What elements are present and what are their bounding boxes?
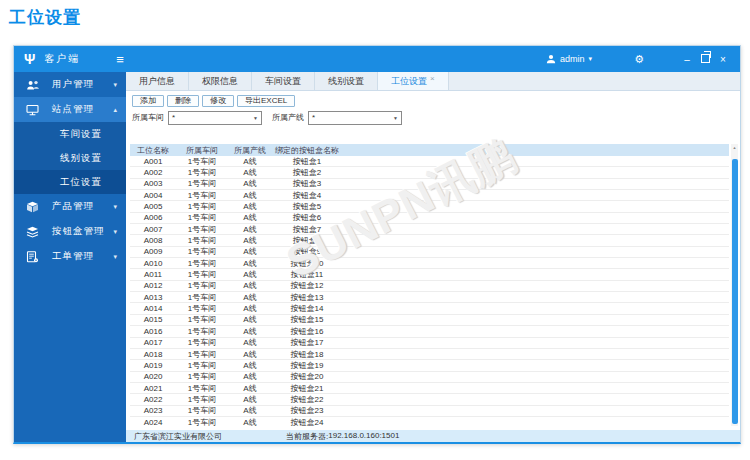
- table-row[interactable]: A0141号车间A线按钮盒14: [130, 303, 729, 314]
- table-cell: 按钮盒17: [272, 337, 342, 348]
- company-name: 广东省滨江实业有限公司: [134, 431, 222, 442]
- table-cell: 按钮盒7: [272, 224, 342, 235]
- table-cell: 按钮盒9: [272, 246, 342, 257]
- table-cell: 1号车间: [176, 235, 228, 246]
- sidebar-item-user-management[interactable]: 用户管理▾: [14, 72, 126, 97]
- minimize-button[interactable]: –: [678, 54, 696, 65]
- close-button[interactable]: ×: [714, 54, 732, 65]
- table-cell: 1号车间: [176, 326, 228, 337]
- chevron-down-icon: ▾: [113, 228, 118, 236]
- table-row[interactable]: A0021号车间A线按钮盒2: [130, 167, 729, 178]
- table-cell: A线: [228, 405, 272, 416]
- sidebar-item-station-settings[interactable]: 工位设置: [14, 170, 126, 194]
- table-row[interactable]: A0241号车间A线按钮盒24: [130, 417, 729, 426]
- column-header: 所属车间: [176, 145, 228, 156]
- user-menu[interactable]: admin ▾: [546, 54, 592, 64]
- tab-station-settings[interactable]: 工位设置×: [378, 72, 449, 90]
- gear-icon[interactable]: ⚙: [634, 53, 644, 66]
- sidebar-item-workshop-settings[interactable]: 车间设置: [14, 122, 126, 146]
- table-row[interactable]: A0161号车间A线按钮盒16: [130, 326, 729, 337]
- dropdown-caret-icon: ▼: [393, 115, 398, 121]
- app-logo-icon: Ψ: [24, 51, 35, 67]
- table-row[interactable]: A0041号车间A线按钮盒4: [130, 190, 729, 201]
- table-row[interactable]: A0101号车间A线按钮盒10: [130, 258, 729, 269]
- sidebar-item-workorder-management[interactable]: 工单管理▾: [14, 244, 126, 269]
- tab-line-settings[interactable]: 线别设置: [315, 72, 378, 90]
- table-cell: A线: [228, 314, 272, 325]
- close-tab-icon[interactable]: ×: [430, 74, 435, 83]
- table-cell: 按钮盒19: [272, 360, 342, 371]
- vertical-scrollbar[interactable]: ▲: [731, 144, 738, 426]
- table-cell: 1号车间: [176, 383, 228, 394]
- tab-permission-info[interactable]: 权限信息: [189, 72, 252, 90]
- table-cell: 按钮盒12: [272, 280, 342, 291]
- table-cell: A线: [228, 246, 272, 257]
- tab-label: 线别设置: [328, 76, 364, 86]
- tab-label: 车间设置: [265, 76, 301, 86]
- table-row[interactable]: A0011号车间A线按钮盒1: [130, 156, 729, 167]
- table-cell: A011: [130, 270, 176, 279]
- table-row[interactable]: A0051号车间A线按钮盒5: [130, 201, 729, 212]
- sidebar-item-product-management[interactable]: 产品管理▾: [14, 194, 126, 219]
- table-row[interactable]: A0031号车间A线按钮盒3: [130, 179, 729, 190]
- table-cell: A线: [228, 235, 272, 246]
- scroll-up-icon[interactable]: ▲: [731, 144, 738, 151]
- table-cell: 按钮盒16: [272, 326, 342, 337]
- table-row[interactable]: A0201号车间A线按钮盒20: [130, 372, 729, 383]
- table-row[interactable]: A0091号车间A线按钮盒9: [130, 247, 729, 258]
- table-cell: 1号车间: [176, 360, 228, 371]
- tab-user-info[interactable]: 用户信息: [126, 72, 189, 90]
- table-row[interactable]: A0191号车间A线按钮盒19: [130, 360, 729, 371]
- modify-button[interactable]: 修改: [202, 95, 234, 107]
- table-cell: 1号车间: [176, 349, 228, 360]
- table-cell: 按钮盒20: [272, 371, 342, 382]
- table-cell: A线: [228, 417, 272, 426]
- table-row[interactable]: A0171号车间A线按钮盒17: [130, 338, 729, 349]
- table-cell: 按钮盒10: [272, 258, 342, 269]
- delete-button[interactable]: 删除: [167, 95, 199, 107]
- add-button[interactable]: 添加: [132, 95, 164, 107]
- tab-bar: 用户信息权限信息车间设置线别设置工位设置×: [126, 72, 740, 91]
- table-row[interactable]: A0131号车间A线按钮盒13: [130, 292, 729, 303]
- table-row[interactable]: A0081号车间A线按钮盒8: [130, 235, 729, 246]
- sidebar-item-site-management[interactable]: 站点管理▴: [14, 97, 126, 122]
- tab-workshop-settings[interactable]: 车间设置: [252, 72, 315, 90]
- table-row[interactable]: A0151号车间A线按钮盒15: [130, 315, 729, 326]
- table-cell: A020: [130, 372, 176, 381]
- table-cell: A019: [130, 361, 176, 370]
- table-cell: A007: [130, 225, 176, 234]
- status-bar: 广东省滨江实业有限公司 当前服务器: 192.168.0.160:1501: [126, 430, 740, 442]
- sidebar-item-buttonbox-management[interactable]: 按钮盒管理▾: [14, 219, 126, 244]
- chevron-down-icon: ▾: [113, 203, 118, 211]
- table-row[interactable]: A0221号车间A线按钮盒22: [130, 394, 729, 405]
- hamburger-menu-icon[interactable]: ≡: [116, 52, 124, 67]
- table-row[interactable]: A0181号车间A线按钮盒18: [130, 349, 729, 360]
- table-cell: A021: [130, 384, 176, 393]
- table-cell: A012: [130, 281, 176, 290]
- server-value: 192.168.0.160:1501: [328, 431, 399, 442]
- table-cell: 1号车间: [176, 224, 228, 235]
- cube-icon: [26, 201, 40, 213]
- scrollbar-thumb[interactable]: [732, 159, 738, 424]
- table-row[interactable]: A0121号车间A线按钮盒12: [130, 281, 729, 292]
- table-cell: 1号车间: [176, 258, 228, 269]
- workshop-filter-select[interactable]: *▼: [168, 111, 262, 125]
- table-row[interactable]: A0061号车间A线按钮盒6: [130, 213, 729, 224]
- table-cell: 1号车间: [176, 201, 228, 212]
- table-row[interactable]: A0231号车间A线按钮盒23: [130, 406, 729, 417]
- export-excel-button[interactable]: 导出EXCEL: [237, 95, 295, 107]
- table-cell: A016: [130, 327, 176, 336]
- sidebar-item-line-settings[interactable]: 线别设置: [14, 146, 126, 170]
- table-cell: 按钮盒21: [272, 383, 342, 394]
- table-cell: A013: [130, 293, 176, 302]
- sidebar-item-label: 按钮盒管理: [52, 225, 113, 238]
- table-row[interactable]: A0111号车间A线按钮盒11: [130, 269, 729, 280]
- restore-button[interactable]: [696, 54, 714, 65]
- table-row[interactable]: A0071号车间A线按钮盒7: [130, 224, 729, 235]
- line-filter-select[interactable]: *▼: [308, 111, 402, 125]
- table-row[interactable]: A0211号车间A线按钮盒21: [130, 383, 729, 394]
- table-cell: 按钮盒1: [272, 156, 342, 167]
- table-cell: A017: [130, 338, 176, 347]
- sidebar: 用户管理▾站点管理▴车间设置线别设置工位设置产品管理▾按钮盒管理▾工单管理▾: [14, 72, 126, 442]
- table-cell: 1号车间: [176, 337, 228, 348]
